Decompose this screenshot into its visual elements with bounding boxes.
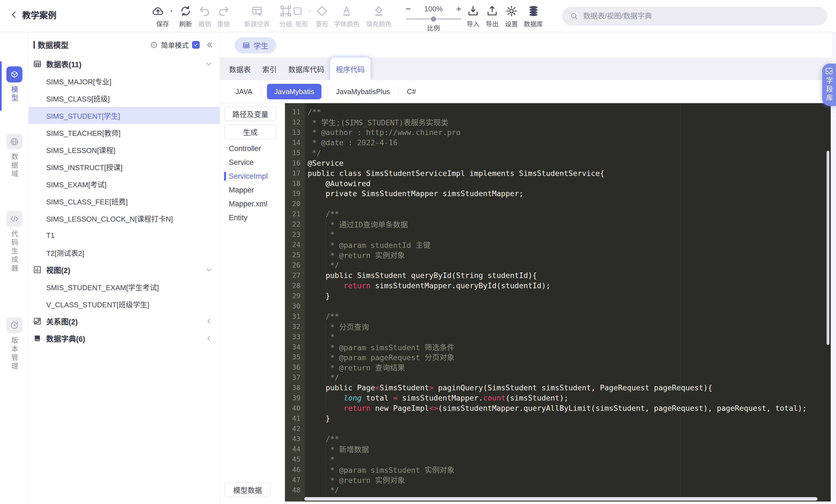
chevron-left-icon[interactable] bbox=[205, 335, 212, 342]
simple-mode-checkbox[interactable] bbox=[192, 41, 200, 49]
tree-item[interactable]: SIMS_STUDENT[学生] bbox=[28, 107, 220, 124]
tab-database-code[interactable]: 数据库代码 bbox=[282, 58, 330, 80]
code-nav-item[interactable]: ServiceImpl bbox=[220, 169, 285, 183]
tree-item[interactable]: SIMS_CLASS[班级] bbox=[28, 90, 220, 107]
tree-section-views[interactable]: 视图(2) bbox=[28, 261, 220, 278]
tree-section-relation-diagrams[interactable]: 关系图(2) bbox=[28, 313, 220, 330]
export-button[interactable]: 导出 bbox=[486, 4, 498, 28]
chevron-left-icon[interactable] bbox=[205, 317, 212, 325]
tab-index[interactable]: 索引 bbox=[256, 58, 282, 80]
simple-mode-label: 简单模式 bbox=[161, 40, 189, 50]
group-icon bbox=[280, 4, 292, 18]
chevron-down-icon[interactable] bbox=[205, 266, 212, 273]
app-window: 教学案例 保存 刷新 撤销 bbox=[0, 0, 836, 504]
back-button[interactable]: 教学案例 bbox=[10, 8, 56, 21]
search-icon bbox=[570, 12, 578, 20]
new-table-icon bbox=[251, 4, 263, 18]
left-rail: 模型 数据域 代码生成器 版本管理 bbox=[0, 33, 28, 504]
code-generator-icon bbox=[6, 211, 22, 227]
top-toolbar: 教学案例 保存 刷新 撤销 bbox=[0, 0, 836, 33]
tree-item[interactable]: SMIS_STUDENT_EXAM[学生考试] bbox=[28, 278, 220, 295]
generate-button[interactable]: 生成 bbox=[225, 124, 276, 139]
tab-data-table[interactable]: 数据表 bbox=[223, 58, 256, 80]
tree-item[interactable]: V_CLASS_STUDENT[班级学生] bbox=[28, 295, 220, 313]
lang-tab-csharp[interactable]: C# bbox=[402, 88, 421, 96]
code-lines: 11/**12 * 学生;(SIMS_STUDENT)表服务实现类13 * @a… bbox=[285, 107, 831, 495]
tree-section-tables[interactable]: 数据表(11) bbox=[28, 55, 220, 73]
divider bbox=[327, 86, 328, 97]
chevron-down-icon[interactable] bbox=[205, 60, 212, 67]
redo-button[interactable]: 重做 bbox=[217, 4, 230, 28]
tree-item[interactable]: T1 bbox=[28, 227, 220, 244]
save-button[interactable]: 保存 bbox=[152, 4, 174, 28]
save-dropdown-caret-icon[interactable] bbox=[167, 9, 174, 13]
open-document-tab[interactable]: 学生 bbox=[234, 37, 276, 53]
lang-tab-javamybatis[interactable]: JavaMybatis bbox=[267, 84, 321, 99]
rail-item-code-generator[interactable]: 代码生成器 bbox=[0, 211, 28, 273]
code-nav-item[interactable]: Entity bbox=[220, 211, 285, 225]
code-nav-item[interactable]: Mapper.xml bbox=[220, 197, 285, 211]
tree-item[interactable]: T2[测试表2] bbox=[28, 244, 220, 261]
tree-section-data-dictionary[interactable]: 数据字典(6) bbox=[28, 330, 220, 347]
global-search bbox=[562, 7, 827, 25]
model-data-button[interactable]: 模型数据 bbox=[225, 482, 270, 497]
refresh-icon bbox=[179, 4, 192, 18]
collapse-panel-icon[interactable] bbox=[206, 41, 213, 49]
panel-title: 数据模型 bbox=[38, 39, 69, 50]
settings-button[interactable]: 设置 bbox=[505, 4, 518, 28]
import-icon bbox=[467, 4, 479, 18]
group-button[interactable]: 分组 bbox=[280, 4, 292, 28]
zoom-in-button[interactable]: + bbox=[456, 5, 461, 13]
back-chevron-icon bbox=[10, 11, 18, 19]
horizontal-scrollbar[interactable] bbox=[304, 497, 817, 501]
field-library-button[interactable]: 字段库 bbox=[822, 64, 836, 106]
lang-tab-java[interactable]: JAVA bbox=[230, 88, 257, 96]
code-editor[interactable]: 11/**12 * 学生;(SIMS_STUDENT)表服务实现类13 * @a… bbox=[285, 103, 831, 502]
zoom-slider[interactable] bbox=[406, 18, 461, 20]
rectangle-icon bbox=[292, 5, 303, 17]
info-icon[interactable] bbox=[150, 41, 158, 49]
divider bbox=[398, 86, 399, 97]
model-tree-panel: 数据模型 简单模式 数据表(11) S bbox=[28, 33, 220, 504]
lang-tab-javamybatisplus[interactable]: JavaMybatisPlus bbox=[331, 88, 395, 96]
fill-color-button[interactable]: 填充颜色 bbox=[366, 4, 392, 28]
divider bbox=[261, 86, 261, 97]
code-nav-item[interactable]: Controller bbox=[220, 142, 285, 155]
tree-item[interactable]: SIMS_EXAM[考试] bbox=[28, 175, 220, 193]
search-input[interactable] bbox=[562, 7, 827, 25]
database-button[interactable]: 数据库 bbox=[524, 4, 543, 28]
save-icon bbox=[152, 5, 165, 17]
paths-variables-button[interactable]: 路径及变量 bbox=[225, 106, 276, 121]
section-tab-bar: 数据表 索引 数据库代码 程序代码 bbox=[220, 58, 836, 80]
code-nav-item[interactable]: Mapper bbox=[220, 183, 285, 197]
history-icon bbox=[6, 317, 22, 333]
tree-item[interactable]: SIMS_INSTRUCT[授课] bbox=[28, 158, 220, 175]
font-color-button[interactable]: 字体颜色 bbox=[334, 4, 359, 28]
new-table-button[interactable]: 新建空表 bbox=[244, 4, 270, 28]
zoom-out-button[interactable]: − bbox=[406, 5, 411, 13]
tree-item[interactable]: SIMS_CLASS_FEE[班费] bbox=[28, 193, 220, 210]
tab-program-code[interactable]: 程序代码 bbox=[330, 58, 370, 80]
tray-icon bbox=[825, 67, 833, 75]
undo-button[interactable]: 撤销 bbox=[198, 4, 211, 28]
rail-item-model[interactable]: 模型 bbox=[0, 66, 28, 103]
zoom-label: 比例 bbox=[406, 23, 461, 32]
title-marker bbox=[34, 41, 35, 49]
language-tab-bar: JAVA JavaMybatis JavaMybatisPlus C# bbox=[220, 80, 836, 103]
vertical-scrollbar[interactable] bbox=[826, 151, 829, 345]
tree-item[interactable]: SIMS_TEACHER[教师] bbox=[28, 124, 220, 141]
rail-item-data-domain[interactable]: 数据域 bbox=[0, 134, 28, 179]
table-icon bbox=[33, 59, 42, 68]
rectangle-button[interactable]: 矩形 bbox=[292, 4, 312, 28]
import-button[interactable]: 导入 bbox=[467, 4, 479, 28]
code-nav-item[interactable]: Service bbox=[220, 155, 285, 169]
zoom-slider-knob[interactable] bbox=[431, 16, 436, 22]
tree-item[interactable]: SIMS_MAJOR[专业] bbox=[28, 73, 220, 90]
diamond-button[interactable]: 菱形 bbox=[316, 4, 328, 28]
tree-item[interactable]: SIMS_LESSON_CLOCK_N[课程打卡N] bbox=[28, 210, 220, 227]
tree-item[interactable]: SIMS_LESSON[课程] bbox=[28, 141, 220, 158]
rail-item-version-management[interactable]: 版本管理 bbox=[0, 317, 28, 371]
redo-icon bbox=[217, 4, 230, 18]
rectangle-dropdown-caret-icon[interactable] bbox=[305, 9, 312, 13]
refresh-button[interactable]: 刷新 bbox=[179, 4, 192, 28]
